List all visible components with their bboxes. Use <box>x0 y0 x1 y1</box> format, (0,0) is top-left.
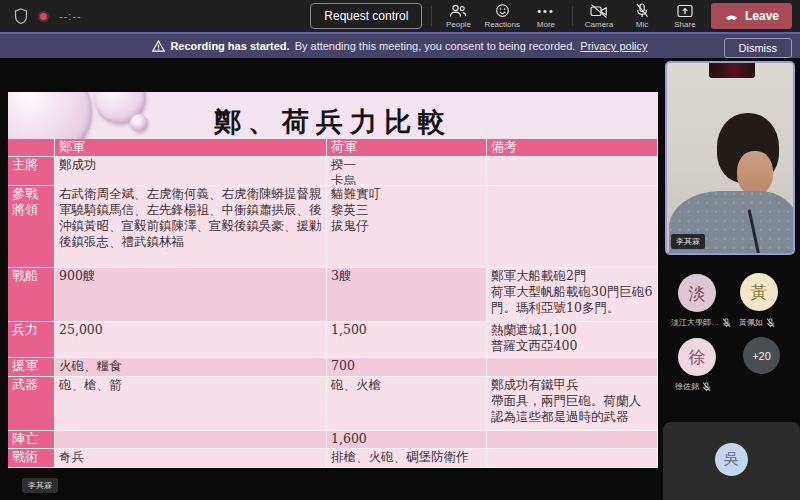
row-label: 戰術 <box>8 449 55 468</box>
row-label: 戰船 <box>8 268 55 322</box>
table-cell: 右武衛周全斌、左虎衛何義、右虎衛陳蟒提督親軍驍騎鎮馬信、左先鋒楊祖、中衝鎮蕭拱辰… <box>55 186 327 268</box>
participant-label: 淡江大學師… <box>671 317 731 328</box>
table-cell: 鄭成功 <box>55 157 327 186</box>
reactions-button[interactable]: Reactions <box>484 4 520 29</box>
table-cell: 砲、火槍 <box>327 377 487 431</box>
active-speaker-video-tile[interactable]: 李其霖 <box>665 61 795 255</box>
people-label: People <box>446 20 471 29</box>
table-cell <box>487 186 658 268</box>
participant-avatar-wu: 吳 <box>715 443 748 476</box>
table-header-blank <box>8 139 55 157</box>
presentation-slide: 鄭、荷兵力比較 鄭軍 荷軍 備考 主將 鄭成功 揆一 卡烏 參戰將領 右武衛周全… <box>8 92 658 468</box>
slide-title: 鄭、荷兵力比較 <box>8 104 658 140</box>
participant-label: 黃佩如 <box>739 317 775 328</box>
shared-screen-stage: 鄭、荷兵力比較 鄭軍 荷軍 備考 主將 鄭成功 揆一 卡烏 參戰將領 右武衛周全… <box>0 58 663 500</box>
table-cell: 奇兵 <box>55 449 327 468</box>
more-participants-badge[interactable]: +20 <box>743 337 780 374</box>
dismiss-button[interactable]: Dismiss <box>724 38 793 58</box>
mic-label: Mic <box>636 20 648 29</box>
row-label: 陣亡 <box>8 431 55 449</box>
table-cell: 熱蘭遮城1,100 普羅文西亞400 <box>487 322 658 358</box>
people-icon <box>449 4 467 18</box>
row-label: 參戰將領 <box>8 186 55 268</box>
participants-sidebar: 李其霖 淡 黃 淡江大學師… 黃佩如 徐 +20 徐佐銘 吳 <box>663 58 800 500</box>
toolbar-divider <box>572 6 573 26</box>
wall-sign-decoration <box>709 63 755 78</box>
leave-label: Leave <box>745 9 779 23</box>
share-label: Share <box>674 20 695 29</box>
table-cell: 鄭成功有鐵甲兵 帶面具，兩門巨砲。荷蘭人認為這些都是過時的武器 <box>487 377 658 431</box>
row-label: 主將 <box>8 157 55 186</box>
camera-button[interactable]: Camera <box>582 4 616 29</box>
table-cell <box>487 449 658 468</box>
table-cell: 砲、槍、箭 <box>55 377 327 431</box>
table-cell: 700 <box>327 358 487 377</box>
table-header-zheng: 鄭軍 <box>55 139 327 157</box>
table-cell: 1,600 <box>327 431 487 449</box>
share-button[interactable]: Share <box>668 4 702 29</box>
participant-name: 徐佐銘 <box>675 381 699 392</box>
recording-indicator-icon <box>38 11 49 22</box>
muted-mic-icon <box>722 318 731 328</box>
participant-name: 淡江大學師… <box>671 317 719 328</box>
mic-button[interactable]: Mic <box>625 4 659 29</box>
hang-up-icon <box>724 9 739 23</box>
people-button[interactable]: People <box>441 4 475 29</box>
table-header-dutch: 荷軍 <box>327 139 487 157</box>
row-label: 兵力 <box>8 322 55 358</box>
mic-off-icon <box>635 4 649 18</box>
banner-message: By attending this meeting, you consent t… <box>295 40 576 52</box>
comparison-table: 鄭軍 荷軍 備考 主將 鄭成功 揆一 卡烏 參戰將領 右武衛周全斌、左虎衛何義、… <box>8 139 658 468</box>
leave-button[interactable]: Leave <box>711 3 792 29</box>
table-cell: 900艘 <box>55 268 327 322</box>
table-cell: 1,500 <box>327 322 487 358</box>
request-control-button[interactable]: Request control <box>310 3 422 29</box>
speaker-face <box>737 151 773 195</box>
table-cell: 貓難實叮 黎英三 拔鬼仔 <box>327 186 487 268</box>
table-header-remarks: 備考 <box>487 139 658 157</box>
participant-label: 徐佐銘 <box>675 381 711 392</box>
shield-icon <box>14 8 28 24</box>
table-cell <box>487 431 658 449</box>
meeting-top-bar: --:-- Request control People Reactions •… <box>0 0 800 32</box>
table-cell <box>487 157 658 186</box>
table-cell: 3艘 <box>327 268 487 322</box>
row-label: 援軍 <box>8 358 55 377</box>
table-cell <box>55 431 327 449</box>
privacy-policy-link[interactable]: Privacy policy <box>580 40 647 52</box>
camera-off-icon <box>590 4 608 18</box>
participant-avatar-dan[interactable]: 淡 <box>678 274 716 312</box>
speaker-name-chip: 李其霖 <box>671 234 705 249</box>
table-cell: 鄭軍大船載砲2門 荷軍大型帆船載砲30門巨砲6門。瑪利亞號10多門。 <box>487 268 658 322</box>
reactions-label: Reactions <box>484 20 520 29</box>
meeting-timer: --:-- <box>59 10 82 22</box>
row-label: 武器 <box>8 377 55 431</box>
more-icon: ••• <box>537 4 555 18</box>
camera-label: Camera <box>585 20 613 29</box>
table-cell: 排槍、火砲、碉堡防衛作 <box>327 449 487 468</box>
muted-mic-icon <box>766 318 775 328</box>
more-button[interactable]: ••• More <box>529 4 563 29</box>
reactions-icon <box>495 4 510 18</box>
toolbar-divider <box>431 6 432 26</box>
participant-avatar-huang[interactable]: 黃 <box>740 273 778 311</box>
share-screen-icon <box>677 4 693 18</box>
warning-icon <box>152 40 165 52</box>
muted-mic-icon <box>702 382 711 392</box>
participant-name: 黃佩如 <box>739 317 763 328</box>
table-cell: 火砲、糧食 <box>55 358 327 377</box>
participant-avatar-xu[interactable]: 徐 <box>678 338 716 376</box>
table-cell <box>487 358 658 377</box>
more-label: More <box>537 20 555 29</box>
recording-banner: Recording has started. By attending this… <box>0 32 800 58</box>
presenter-name-chip: 李其霖 <box>22 478 58 493</box>
participant-tile-wu[interactable]: 吳 <box>663 422 800 500</box>
table-cell: 25,000 <box>55 322 327 358</box>
banner-title: Recording has started. <box>170 40 289 52</box>
table-cell: 揆一 卡烏 <box>327 157 487 186</box>
